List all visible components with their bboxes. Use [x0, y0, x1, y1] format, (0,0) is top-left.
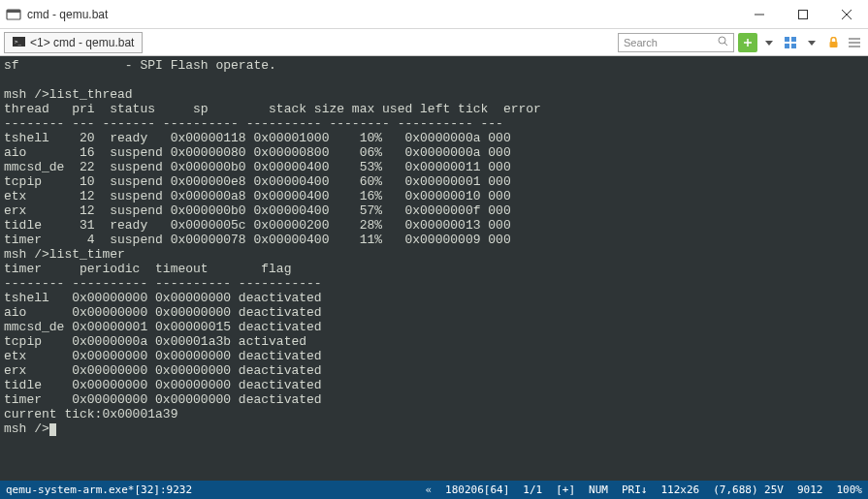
window-title: cmd - qemu.bat [27, 8, 737, 21]
svg-rect-1 [7, 10, 20, 13]
minimize-button[interactable] [737, 0, 781, 29]
svg-marker-12 [765, 41, 773, 46]
svg-marker-17 [808, 41, 816, 46]
tab-label: <1> cmd - qemu.bat [30, 36, 134, 49]
svg-text:>_: >_ [15, 38, 22, 46]
search-placeholder: Search [624, 37, 658, 48]
terminal-output[interactable]: sf - SPI Flash operate. msh />list_threa… [0, 56, 868, 481]
status-pages: 1/1 [523, 483, 542, 496]
tab-cmd[interactable]: >_ <1> cmd - qemu.bat [4, 32, 143, 53]
status-date: 180206[64] [445, 483, 509, 496]
svg-rect-15 [785, 44, 789, 48]
svg-rect-13 [785, 37, 789, 42]
search-icon [718, 36, 728, 48]
status-bar: qemu-system-arm.exe*[32]:9232 « 180206[6… [0, 481, 868, 499]
panels-icon[interactable] [781, 33, 800, 52]
terminal-icon: >_ [13, 36, 25, 49]
svg-rect-18 [829, 42, 837, 47]
status-process: qemu-system-arm.exe*[32]:9232 [6, 483, 192, 496]
maximize-button[interactable] [781, 0, 824, 29]
tabbar: >_ <1> cmd - qemu.bat Search [0, 29, 868, 56]
status-num: NUM [589, 483, 608, 496]
new-tab-button[interactable] [738, 33, 757, 52]
dropdown-icon[interactable] [759, 33, 779, 52]
app-icon [6, 7, 21, 22]
status-dbl: « [425, 483, 432, 496]
svg-rect-3 [798, 10, 807, 18]
svg-point-8 [719, 37, 725, 44]
close-button[interactable] [824, 0, 868, 29]
svg-line-9 [724, 43, 727, 46]
svg-rect-14 [791, 37, 796, 42]
window-titlebar: cmd - qemu.bat [0, 0, 868, 29]
menu-icon[interactable] [845, 33, 864, 52]
lock-icon[interactable] [823, 33, 843, 52]
dropdown-icon-2[interactable] [802, 33, 821, 52]
status-zoom: 100% [837, 483, 863, 496]
search-input[interactable]: Search [618, 33, 734, 52]
toolbar-icons [738, 33, 864, 52]
status-plus: [+] [556, 483, 575, 496]
status-cursor: (7,688) 25V [713, 483, 784, 496]
status-bytes: 9012 [797, 483, 823, 496]
status-dims: 112x26 [660, 483, 699, 496]
terminal-cursor [49, 423, 56, 436]
status-pri: PRI↓ [622, 483, 648, 496]
svg-rect-16 [791, 44, 796, 48]
window-controls [737, 0, 868, 29]
